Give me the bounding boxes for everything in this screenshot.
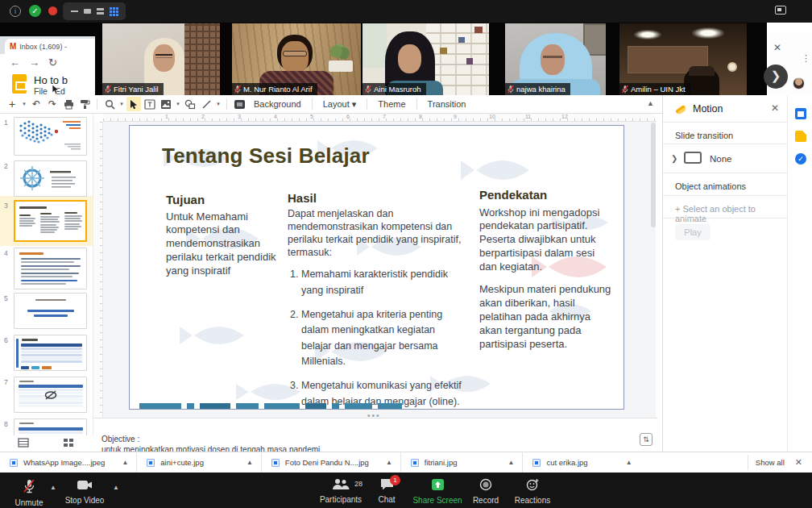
stop-video-button[interactable]: Stop Video: [61, 479, 108, 505]
filmstrip-view-switch: [0, 435, 93, 450]
transition-expand-chevron[interactable]: ❯: [671, 154, 677, 163]
thumbnail-1[interactable]: 1: [0, 117, 93, 157]
grid-view-icon[interactable]: [63, 438, 74, 448]
undo-button[interactable]: ↶: [29, 97, 44, 111]
calendar-icon[interactable]: [795, 108, 806, 119]
video-tile[interactable]: Aini Masruroh: [362, 23, 489, 95]
gmail-tab[interactable]: M Inbox (1,609) -: [5, 39, 102, 54]
print-icon[interactable]: [61, 97, 76, 111]
transition-value[interactable]: None: [710, 154, 732, 164]
download-item[interactable]: fitriani.jpg ▲: [401, 452, 524, 473]
text-box-icon[interactable]: [143, 97, 157, 111]
reload-icon[interactable]: ↻: [48, 56, 57, 69]
thumbnail-4[interactable]: 4: [0, 248, 93, 291]
strip-corner: [0, 23, 105, 36]
collapse-toolbar-icon[interactable]: ▲: [647, 99, 654, 107]
video-tile[interactable]: najwa khairina: [505, 23, 606, 95]
slide-column-pendekatan[interactable]: Pendekatan Workshop ini mengadopsi pende…: [479, 187, 615, 360]
apps-grid-icon[interactable]: [110, 7, 118, 16]
speaker-notes[interactable]: Objective : untuk meningkatkan motivasi …: [93, 418, 657, 452]
download-item[interactable]: WhatsApp Image....jpeg ▲: [0, 452, 137, 473]
participants-button[interactable]: Participants 28: [317, 478, 364, 504]
paint-format-icon[interactable]: [77, 97, 92, 111]
chat-button[interactable]: Chat 1: [372, 478, 401, 504]
gallery-view-icon[interactable]: [775, 6, 786, 15]
keep-icon[interactable]: [795, 131, 806, 142]
image-caret[interactable]: ▾: [175, 97, 181, 111]
download-menu-chevron[interactable]: ▲: [508, 459, 514, 466]
background-button[interactable]: Background: [248, 99, 307, 109]
select-object-prompt[interactable]: + Select an object to animate: [675, 204, 787, 223]
notes-options-button[interactable]: ⇅: [640, 433, 652, 446]
thumbnail-6[interactable]: 6: [0, 335, 93, 373]
minimize-icon[interactable]: [71, 10, 78, 12]
zoom-caret[interactable]: ▾: [118, 97, 125, 111]
workspace-side-strip: ✓: [787, 95, 812, 452]
profile-avatar[interactable]: [793, 77, 805, 90]
back-icon[interactable]: ←: [10, 56, 20, 69]
slide[interactable]: Tentang Sesi Belajar Tujuan Untuk Memaha…: [129, 125, 624, 410]
slide-column-hasil[interactable]: Hasil Dapat menjelaskan dan mendemonstra…: [288, 190, 466, 410]
insert-line-icon[interactable]: [199, 97, 213, 111]
line-caret[interactable]: ▾: [215, 97, 222, 111]
redo-button[interactable]: ↷: [45, 97, 60, 111]
close-downloads-icon[interactable]: ✕: [792, 457, 812, 468]
muted-mic-icon: [105, 85, 111, 94]
window-controls: [63, 2, 126, 20]
forward-icon[interactable]: →: [29, 56, 39, 69]
download-item[interactable]: Foto Deni Pandu N....jpg ▲: [262, 452, 401, 473]
video-tile[interactable]: Fitri Yani Jalil: [102, 23, 220, 95]
download-menu-chevron[interactable]: ▲: [626, 459, 632, 466]
mask-image-icon[interactable]: [232, 97, 246, 111]
download-menu-chevron[interactable]: ▲: [386, 459, 392, 466]
thumbnail-7[interactable]: 7: [0, 377, 93, 415]
show-all-downloads-button[interactable]: Show all: [748, 455, 792, 470]
motion-close-icon[interactable]: ✕: [771, 102, 779, 114]
video-tile[interactable]: Amilin – UIN Jkt: [619, 23, 747, 95]
tujuan-heading: Tujuan: [166, 192, 280, 208]
reactions-button[interactable]: Reactions: [512, 478, 553, 505]
motion-panel-title: Motion: [693, 103, 723, 115]
unmute-button[interactable]: Unmute: [11, 479, 47, 507]
thumbnail-2[interactable]: 2: [0, 160, 93, 199]
thumbnail-8[interactable]: 8: [0, 418, 93, 435]
download-item[interactable]: aini+cute.jpg ▲: [137, 452, 262, 473]
audio-options-chevron[interactable]: ▲: [50, 484, 56, 491]
strip-close-icon[interactable]: ✕: [773, 42, 781, 53]
record-button[interactable]: Record: [469, 478, 503, 505]
security-shield-icon[interactable]: ✓: [29, 5, 41, 17]
tasks-icon[interactable]: ✓: [795, 153, 806, 164]
new-slide-caret[interactable]: ▾: [21, 97, 27, 111]
filmstrip-view-icon[interactable]: [18, 438, 29, 448]
download-item[interactable]: cut erika.jpg ▲: [523, 452, 640, 473]
transition-button[interactable]: Transition: [422, 99, 472, 109]
insert-image-icon[interactable]: [159, 97, 173, 111]
download-menu-chevron[interactable]: ▲: [246, 459, 253, 466]
insert-shape-icon[interactable]: [183, 97, 197, 111]
browser-menu-icon[interactable]: ⋮: [802, 56, 810, 60]
play-button[interactable]: Play: [675, 224, 710, 240]
video-options-chevron[interactable]: ▲: [113, 484, 119, 491]
info-icon[interactable]: i: [10, 6, 21, 17]
participant-name-label: Aini Masruroh: [362, 83, 426, 95]
stack-windows-icon[interactable]: [97, 8, 104, 15]
thumbnail-3-selected[interactable]: 3: [0, 200, 93, 244]
next-participants-button[interactable]: ❯: [764, 65, 788, 89]
video-tile[interactable]: M. Nur Rianto Al Arif: [232, 23, 361, 95]
zoom-icon[interactable]: [102, 97, 117, 111]
share-screen-button[interactable]: Share Screen: [411, 478, 464, 505]
reactions-icon: [526, 478, 540, 491]
hasil-item: Mengetahui apa kriteria penting dalam me…: [301, 307, 466, 370]
restore-icon[interactable]: [84, 9, 91, 14]
canvas-scrollbar[interactable]: [651, 123, 656, 227]
thumbnail-5[interactable]: 5: [0, 293, 93, 331]
layout-button[interactable]: Layout ▾: [317, 99, 362, 110]
theme-button[interactable]: Theme: [372, 99, 411, 109]
new-slide-button[interactable]: +: [5, 97, 19, 111]
doc-title[interactable]: Ho to b: [34, 74, 68, 86]
participants-count: 28: [354, 480, 362, 488]
slide-column-tujuan[interactable]: Tujuan Untuk Memahami kompetensi dan men…: [166, 192, 280, 278]
slide-title[interactable]: Tentang Sesi Belajar: [162, 144, 370, 169]
select-tool-icon[interactable]: [126, 97, 141, 111]
download-menu-chevron[interactable]: ▲: [122, 459, 128, 466]
